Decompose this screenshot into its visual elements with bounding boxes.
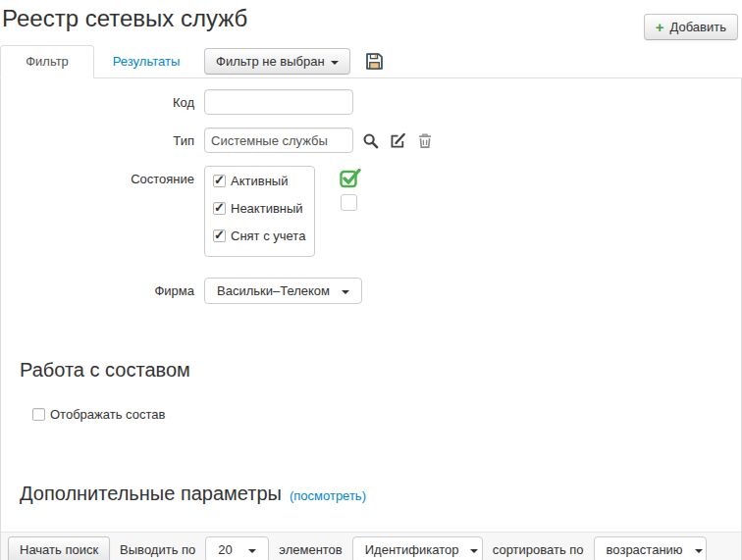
- sort-field-value: Идентификатор: [365, 542, 459, 557]
- state-option-active[interactable]: Активный: [213, 174, 306, 188]
- filter-tab-panel: Код Тип: [0, 77, 742, 560]
- type-actions: [362, 132, 433, 149]
- actions-bar: Начать поиск Выводить по 20 элементов Ид…: [1, 532, 741, 560]
- per-page-label: Выводить по: [120, 542, 195, 557]
- state-option-label: Активный: [231, 174, 288, 188]
- sort-order-dropdown[interactable]: возрастанию: [594, 536, 707, 560]
- start-search-button[interactable]: Начать поиск: [8, 536, 110, 560]
- caret-down-icon: [470, 549, 478, 553]
- type-row: Тип: [1, 127, 741, 153]
- additional-section-header: Дополнительные параметры (посмотреть): [20, 483, 741, 505]
- caret-down-icon: [248, 549, 256, 553]
- additional-section-title: Дополнительные параметры: [20, 483, 282, 505]
- tab-filter[interactable]: Фильтр: [0, 45, 94, 78]
- edit-button[interactable]: [390, 132, 406, 149]
- state-option-inactive[interactable]: Неактивный: [213, 201, 306, 216]
- page-title: Реестр сетевых служб: [2, 5, 738, 32]
- caret-down-icon: [342, 290, 349, 294]
- trash-icon: [417, 132, 433, 149]
- state-option-label: Снят с учета: [231, 229, 305, 243]
- firm-row: Фирма Васильки–Телеком: [1, 278, 741, 304]
- edit-icon: [390, 132, 406, 149]
- page-header: Реестр сетевых служб + Добавить: [0, 0, 742, 32]
- tab-bar: Фильтр Результаты Фильтр не выбран: [0, 45, 742, 77]
- state-option-deregistered[interactable]: Снят с учета: [213, 229, 306, 243]
- view-parameters-link[interactable]: (посмотреть): [290, 488, 366, 503]
- state-checkbox-active[interactable]: [213, 175, 226, 187]
- firm-dropdown[interactable]: Васильки–Телеком: [204, 278, 362, 304]
- sort-by-label: сортировать по: [493, 542, 584, 557]
- plus-icon: +: [656, 20, 664, 34]
- state-label: Состояние: [1, 166, 194, 186]
- show-composition-checkbox[interactable]: [32, 408, 45, 421]
- state-checkbox-group: Активный Неактивный Снят с учета: [204, 166, 315, 257]
- uncheck-all-icon[interactable]: [341, 194, 357, 211]
- state-checkbox-deregistered[interactable]: [213, 229, 226, 242]
- code-label: Код: [1, 89, 194, 110]
- firm-label: Фирма: [1, 278, 194, 298]
- check-all-icon[interactable]: [340, 169, 361, 188]
- sort-order-value: возрастанию: [607, 542, 683, 557]
- state-option-label: Неактивный: [231, 201, 303, 216]
- state-checkbox-inactive[interactable]: [213, 202, 226, 215]
- show-composition-option[interactable]: Отображать состав: [32, 407, 741, 422]
- caret-down-icon: [331, 61, 339, 65]
- state-bulk-controls: [340, 166, 361, 211]
- tab-results[interactable]: Результаты: [101, 46, 191, 76]
- delete-button[interactable]: [417, 132, 433, 149]
- per-page-value: 20: [218, 542, 232, 557]
- show-composition-label: Отображать состав: [50, 407, 165, 422]
- elements-label: элементов: [279, 542, 342, 557]
- code-input[interactable]: [204, 89, 353, 115]
- sort-field-dropdown[interactable]: Идентификатор: [352, 536, 483, 560]
- type-input[interactable]: [204, 127, 353, 153]
- search-icon: [362, 132, 379, 149]
- floppy-disk-icon: [365, 52, 384, 71]
- type-label: Тип: [1, 127, 194, 148]
- search-button[interactable]: [362, 132, 379, 149]
- save-filter-button[interactable]: [365, 52, 384, 71]
- filter-preset-dropdown[interactable]: Фильтр не выбран: [204, 48, 350, 75]
- composition-section-title: Работа с составом: [20, 359, 741, 382]
- firm-dropdown-value: Васильки–Телеком: [217, 283, 330, 298]
- per-page-dropdown[interactable]: 20: [205, 536, 269, 560]
- add-button-label: Добавить: [670, 19, 726, 35]
- add-button[interactable]: + Добавить: [644, 14, 738, 40]
- filter-preset-label: Фильтр не выбран: [216, 53, 325, 70]
- state-row: Состояние Активный Неактивный Снят с уче…: [1, 166, 741, 257]
- code-row: Код: [1, 89, 741, 115]
- caret-down-icon: [695, 549, 703, 553]
